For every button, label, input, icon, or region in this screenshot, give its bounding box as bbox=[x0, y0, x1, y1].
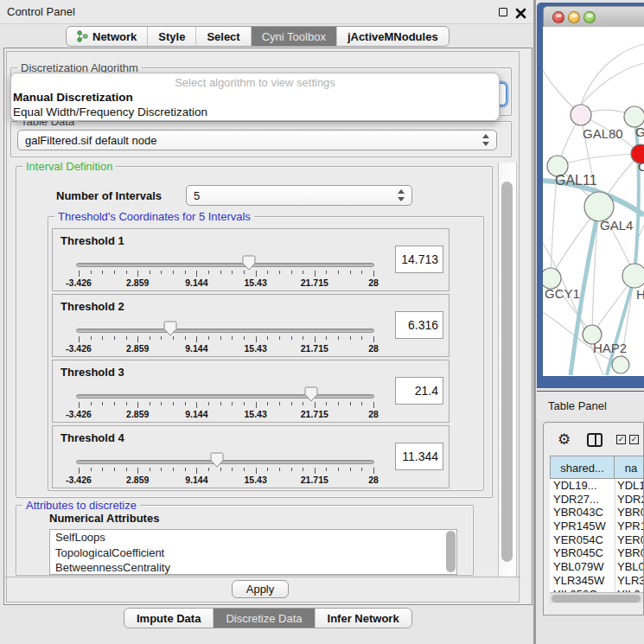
network-view-window: GAL80 GA C GAL11 GAL4 GCY1 H HAP2 bbox=[537, 3, 644, 388]
table-horizontal-scrollbar-thumb[interactable] bbox=[552, 595, 641, 603]
threshold-3-slider-handle[interactable] bbox=[304, 386, 318, 402]
number-of-intervals-combobox[interactable]: 5 bbox=[186, 185, 412, 206]
node-gal4[interactable] bbox=[584, 192, 614, 221]
attributes-list-scrollbar-thumb[interactable] bbox=[446, 531, 456, 572]
cell: YBR0 bbox=[617, 506, 644, 519]
threshold-4-slider-track[interactable] bbox=[76, 460, 374, 464]
tab-jactivemnodules-label: jActiveMNodules bbox=[348, 30, 438, 43]
node-gal80[interactable] bbox=[571, 105, 591, 125]
control-panel: Control Panel Network Style Select Cyni … bbox=[0, 0, 536, 644]
settings-scrollbar[interactable] bbox=[498, 163, 517, 577]
cell: YPR1 bbox=[617, 520, 644, 532]
cell: YBL079W bbox=[553, 560, 604, 573]
threshold-4-ticks bbox=[76, 468, 379, 475]
node-bottom-partial[interactable] bbox=[612, 356, 629, 373]
column-divider bbox=[615, 479, 615, 592]
threshold-1-box: Threshold 1 -3.4262.8599.14415.4321.7152… bbox=[52, 228, 450, 291]
node-h[interactable] bbox=[622, 264, 644, 288]
threshold-1-slider-track[interactable] bbox=[76, 263, 374, 267]
cell: YER054C bbox=[553, 533, 603, 546]
minimize-traffic-light-icon[interactable] bbox=[568, 11, 580, 23]
table-panel-title: Table Panel bbox=[548, 399, 607, 412]
divider bbox=[5, 577, 520, 577]
tab-network[interactable]: Network bbox=[67, 27, 148, 46]
tab-discretize-data[interactable]: Discretize Data bbox=[214, 609, 315, 628]
tab-cyni-toolbox[interactable]: Cyni Toolbox bbox=[252, 27, 337, 46]
threshold-3-label: Threshold 3 bbox=[61, 366, 124, 379]
control-panel-tabs: Network Style Select Cyni Toolbox jActiv… bbox=[66, 26, 450, 47]
node-label-gcy1: GCY1 bbox=[545, 286, 580, 301]
threshold-4-value-field[interactable]: 11.344 bbox=[395, 443, 443, 470]
column-header-shared-name[interactable]: shared... bbox=[550, 456, 615, 479]
node-label-gal11: GAL11 bbox=[555, 173, 597, 188]
threshold-2-slider-handle[interactable] bbox=[163, 321, 177, 336]
combo-stepper-icon bbox=[482, 134, 490, 146]
close-icon[interactable] bbox=[515, 7, 526, 18]
threshold-3-box: Threshold 3 -3.4262.8599.14415.4321.7152… bbox=[52, 360, 450, 423]
tab-impute-data[interactable]: Impute Data bbox=[124, 609, 214, 628]
threshold-1-label: Threshold 1 bbox=[61, 234, 124, 247]
close-traffic-light-icon[interactable] bbox=[552, 11, 564, 23]
cell: YLR3 bbox=[617, 574, 644, 587]
algorithm-option-manual[interactable]: Manual Discretization bbox=[13, 91, 491, 104]
table-row[interactable]: YER054CYER0 bbox=[550, 533, 644, 547]
threshold-2-value-field[interactable]: 6.316 bbox=[395, 311, 443, 339]
cell: YDL1 bbox=[617, 479, 644, 492]
cell: YBR045C bbox=[553, 546, 603, 559]
float-window-icon[interactable] bbox=[498, 7, 509, 18]
network-icon bbox=[77, 30, 88, 42]
table-row[interactable]: YBR045CYBR0 bbox=[550, 546, 644, 560]
settings-scrollbar-thumb[interactable] bbox=[501, 182, 513, 562]
combo-stepper-icon bbox=[398, 189, 405, 201]
list-item-topologicalcoefficient[interactable]: TopologicalCoefficient bbox=[50, 545, 456, 561]
threshold-3-tick-labels: -3.4262.8599.14415.4321.71528 bbox=[76, 409, 379, 419]
table-row[interactable]: YDR27...YDR2 bbox=[550, 493, 644, 507]
tab-infer-network[interactable]: Infer Network bbox=[316, 609, 411, 628]
numerical-attributes-list[interactable]: SelfLoops TopologicalCoefficient Between… bbox=[49, 529, 457, 575]
column-header-name[interactable]: na bbox=[614, 456, 644, 479]
checkbox-icon-1[interactable]: ✓ bbox=[616, 435, 626, 444]
number-of-intervals-label: Number of Intervals bbox=[56, 189, 162, 202]
network-graph bbox=[543, 27, 644, 376]
number-of-intervals-value: 5 bbox=[194, 189, 200, 202]
network-canvas[interactable]: GAL80 GA C GAL11 GAL4 GCY1 H HAP2 bbox=[543, 27, 644, 376]
network-window-titlebar[interactable] bbox=[543, 6, 644, 27]
table-data-combobox[interactable]: galFiltered.sif default node bbox=[17, 130, 497, 150]
tab-jactivemnodules[interactable]: jActiveMNodules bbox=[337, 27, 449, 46]
table-row[interactable]: YBR043CYBR0 bbox=[550, 506, 644, 520]
control-panel-titlebar: Control Panel bbox=[0, 0, 533, 24]
cyni-mode-tabs: Impute Data Discretize Data Infer Networ… bbox=[124, 608, 412, 628]
node-label-h: H bbox=[636, 287, 644, 302]
attributes-group-title: Attributes to discretize bbox=[22, 499, 140, 512]
threshold-1-slider-handle[interactable] bbox=[242, 255, 256, 271]
threshold-4-slider-handle[interactable] bbox=[210, 452, 224, 468]
tab-style[interactable]: Style bbox=[148, 27, 196, 46]
table-row[interactable]: YPR145WYPR1 bbox=[550, 520, 644, 533]
cell: YDR2 bbox=[617, 493, 644, 506]
threshold-1-value-field[interactable]: 14.713 bbox=[395, 245, 443, 273]
apply-button[interactable]: Apply bbox=[232, 580, 289, 598]
split-table-icon[interactable] bbox=[587, 433, 603, 447]
table-horizontal-scrollbar[interactable] bbox=[550, 592, 644, 603]
tab-infer-network-label: Infer Network bbox=[328, 612, 399, 625]
table-row[interactable]: YDL19...YDL1 bbox=[550, 479, 644, 493]
threshold-4-tick-labels: -3.4262.8599.14415.4321.71528 bbox=[76, 475, 379, 485]
table-row[interactable]: YLR345WYLR3 bbox=[550, 574, 644, 588]
threshold-2-label: Threshold 2 bbox=[61, 300, 124, 313]
gear-icon[interactable]: ⚙ bbox=[558, 430, 571, 448]
table-row[interactable]: YBL079WYBL0 bbox=[550, 560, 644, 574]
cell: YBR043C bbox=[553, 506, 603, 519]
checkbox-icon-2[interactable]: ✓ bbox=[629, 435, 639, 444]
threshold-3-slider-track[interactable] bbox=[76, 394, 374, 399]
list-item-betweennesscentrality[interactable]: BetweennessCentrality bbox=[50, 560, 456, 575]
list-item-selfloops[interactable]: SelfLoops bbox=[50, 530, 456, 545]
algorithm-option-equal-width[interactable]: Equal Width/Frequency Discretization bbox=[13, 105, 491, 118]
zoom-traffic-light-icon[interactable] bbox=[583, 11, 596, 23]
threshold-2-slider-track[interactable] bbox=[76, 328, 374, 333]
threshold-2-box: Threshold 2 -3.4262.8599.14415.4321.7152… bbox=[52, 294, 450, 357]
table-rows[interactable]: YDL19...YDL1 YDR27...YDR2 YBR043CYBR0 YP… bbox=[550, 479, 644, 592]
thresholds-group-title: Threshold's Coordinates for 5 Intervals bbox=[54, 210, 254, 223]
cell: YBR0 bbox=[617, 546, 644, 559]
tab-select[interactable]: Select bbox=[196, 27, 251, 46]
threshold-3-value-field[interactable]: 21.4 bbox=[395, 377, 443, 405]
